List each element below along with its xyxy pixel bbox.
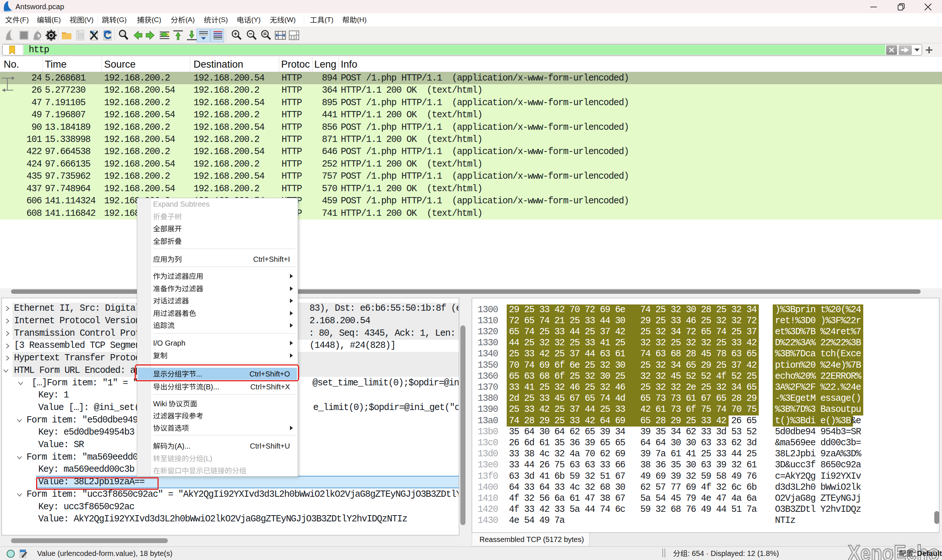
svg-text:0111: 0111 xyxy=(78,37,83,40)
svg-text:3: 3 xyxy=(295,36,297,40)
svg-text:1: 1 xyxy=(296,31,298,35)
svg-text:2: 2 xyxy=(290,36,293,40)
